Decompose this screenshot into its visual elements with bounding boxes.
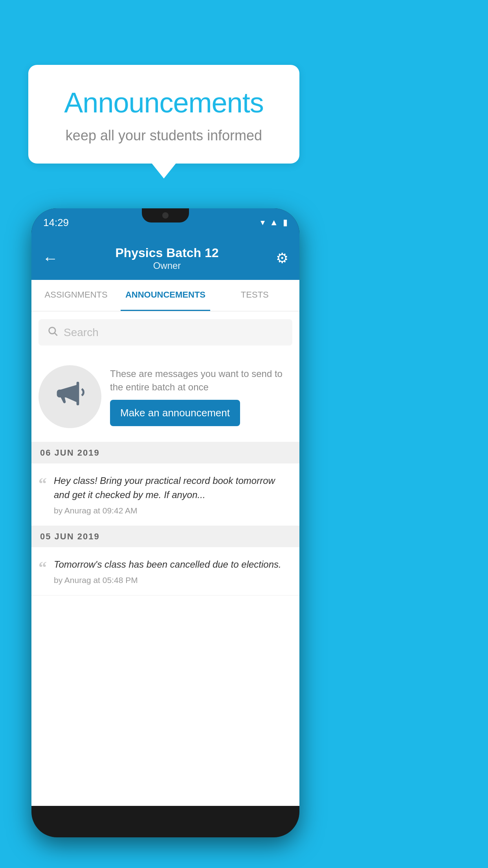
phone-notch bbox=[142, 208, 189, 223]
date-separator-1: 06 JUN 2019 bbox=[31, 442, 299, 463]
app-header: ← Physics Batch 12 Owner ⚙ bbox=[31, 237, 299, 280]
quote-icon-1: “ bbox=[39, 475, 47, 492]
status-bar: 14:29 ▾ ▲ ▮ bbox=[31, 208, 299, 237]
megaphone-icon bbox=[54, 378, 86, 416]
announcement-content-1: Hey class! Bring your practical record b… bbox=[54, 474, 292, 515]
announcement-meta-1: by Anurag at 09:42 AM bbox=[54, 506, 292, 515]
tabs-bar: ASSIGNMENTS ANNOUNCEMENTS TESTS bbox=[31, 280, 299, 311]
announcement-item-2[interactable]: “ Tomorrow's class has been cancelled du… bbox=[31, 547, 299, 596]
tab-assignments[interactable]: ASSIGNMENTS bbox=[31, 280, 121, 311]
phone-screen: ASSIGNMENTS ANNOUNCEMENTS TESTS Search bbox=[31, 280, 299, 806]
notch-camera bbox=[162, 212, 169, 219]
back-button[interactable]: ← bbox=[42, 250, 58, 267]
announcement-text-1: Hey class! Bring your practical record b… bbox=[54, 474, 292, 502]
wifi-icon: ▾ bbox=[261, 217, 265, 228]
date-separator-2: 05 JUN 2019 bbox=[31, 526, 299, 547]
gear-icon[interactable]: ⚙ bbox=[276, 250, 288, 267]
svg-point-0 bbox=[49, 327, 55, 334]
header-center: Physics Batch 12 Owner bbox=[115, 246, 218, 271]
header-title: Physics Batch 12 bbox=[115, 246, 218, 260]
announcement-text-2: Tomorrow's class has been cancelled due … bbox=[54, 557, 292, 572]
status-time: 14:29 bbox=[43, 217, 69, 229]
tab-tests[interactable]: TESTS bbox=[210, 280, 299, 311]
phone-mockup: 14:29 ▾ ▲ ▮ ← Physics Batch 12 Owner ⚙ A… bbox=[31, 208, 299, 837]
battery-icon: ▮ bbox=[283, 217, 288, 228]
search-placeholder: Search bbox=[64, 326, 99, 339]
promo-content: These are messages you want to send to t… bbox=[110, 367, 292, 426]
bubble-title: Announcements bbox=[48, 86, 280, 119]
tab-announcements[interactable]: ANNOUNCEMENTS bbox=[121, 280, 210, 311]
announcement-content-2: Tomorrow's class has been cancelled due … bbox=[54, 557, 292, 585]
promo-icon-circle bbox=[39, 365, 101, 428]
promo-section: These are messages you want to send to t… bbox=[31, 353, 299, 442]
status-icons: ▾ ▲ ▮ bbox=[261, 217, 288, 228]
make-announcement-button[interactable]: Make an announcement bbox=[110, 400, 240, 426]
signal-icon: ▲ bbox=[270, 217, 278, 228]
speech-bubble: Announcements keep all your students inf… bbox=[28, 65, 299, 164]
search-icon bbox=[47, 326, 58, 339]
announcement-meta-2: by Anurag at 05:48 PM bbox=[54, 576, 292, 585]
promo-description: These are messages you want to send to t… bbox=[110, 367, 292, 394]
announcement-item-1[interactable]: “ Hey class! Bring your practical record… bbox=[31, 463, 299, 526]
svg-line-1 bbox=[55, 333, 57, 335]
bubble-subtitle: keep all your students informed bbox=[48, 127, 280, 144]
quote-icon-2: “ bbox=[39, 559, 47, 576]
header-subtitle: Owner bbox=[115, 260, 218, 271]
search-bar[interactable]: Search bbox=[39, 319, 292, 346]
